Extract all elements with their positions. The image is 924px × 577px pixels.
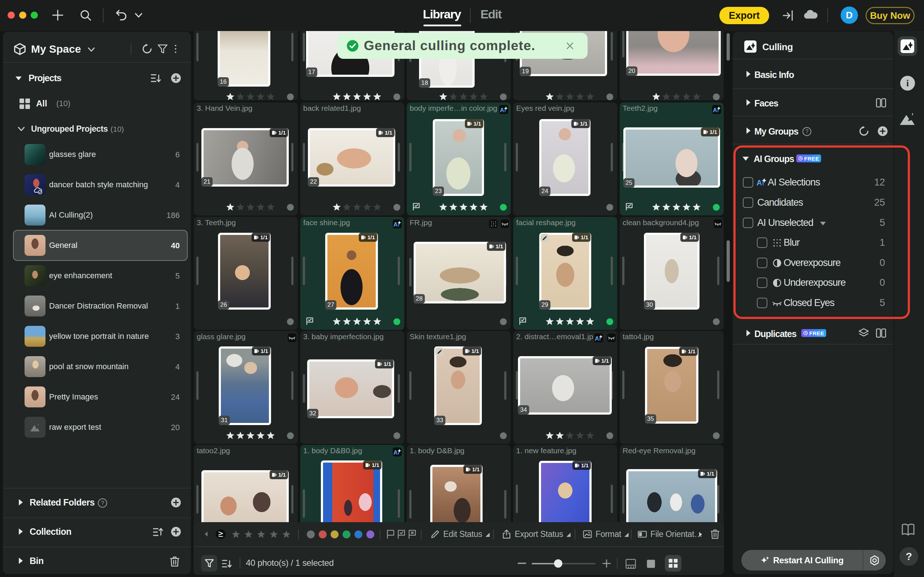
svg-text:Ai: Ai [595, 335, 601, 342]
svg-text:Ai: Ai [500, 107, 506, 114]
svg-text:Ai: Ai [713, 107, 719, 114]
svg-text:Ai: Ai [393, 449, 400, 456]
svg-text:Ai: Ai [393, 221, 400, 228]
svg-text:?: ? [805, 129, 808, 135]
svg-text:?: ? [101, 500, 104, 506]
